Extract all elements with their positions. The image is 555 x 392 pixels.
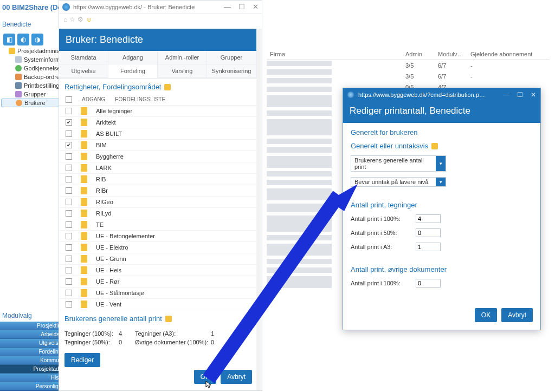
toolbar-btn-1[interactable]: ◧ — [3, 34, 15, 45]
maximize-icon[interactable]: ☐ — [238, 3, 245, 11]
row-checkbox[interactable] — [66, 153, 72, 160]
dialog-scrollbar[interactable] — [256, 29, 262, 390]
folder-icon — [81, 289, 87, 297]
input-100[interactable] — [416, 214, 441, 223]
row-checkbox[interactable] — [66, 233, 72, 239]
tab-utgivelse[interactable]: Utgivelse — [59, 64, 108, 78]
chevron-down-icon[interactable]: ▾ — [436, 156, 446, 171]
row-checkbox[interactable]: ✔ — [66, 142, 72, 148]
input-ovr-100[interactable] — [416, 279, 441, 288]
list-row[interactable]: ✔BIM — [59, 140, 256, 151]
row-label: UE - Grunn — [96, 256, 126, 262]
sub-generelt: Generelt for brukeren — [351, 128, 533, 136]
list-row[interactable]: UE - Rør — [59, 276, 256, 288]
row-checkbox[interactable] — [66, 199, 72, 205]
col-admin[interactable]: Admin — [405, 51, 438, 57]
folder-icon — [81, 107, 87, 115]
list-row[interactable]: RIBr — [59, 185, 256, 197]
list-row[interactable]: UE - Vent — [59, 299, 256, 310]
tab-synkronisering[interactable]: Synkronisering — [207, 64, 256, 78]
tab-varsling[interactable]: Varsling — [158, 64, 207, 78]
row-checkbox[interactable] — [66, 108, 72, 114]
folder-icon — [81, 278, 87, 285]
row-label: RILyd — [96, 210, 111, 217]
print-dialog-header: Rediger printantall, Benedicte — [343, 101, 540, 123]
toolbar-btn-3[interactable]: ◑ — [31, 34, 43, 45]
folder-icon — [81, 187, 87, 194]
folder-icon — [81, 255, 87, 263]
home-icon[interactable]: ⌂ — [63, 16, 67, 23]
smiley-icon[interactable]: ☺ — [86, 16, 92, 23]
label-a3: Antall print i A3: — [351, 244, 410, 250]
list-row[interactable]: Alle tegninger — [59, 106, 256, 117]
toolbar-btn-2[interactable]: ◐ — [17, 34, 29, 45]
folder-icon — [81, 232, 87, 240]
col-abon[interactable]: Gjeldende abonnement — [470, 51, 546, 57]
help-icon[interactable] — [164, 84, 171, 90]
row-checkbox[interactable] — [66, 187, 72, 194]
list-row[interactable]: UE - Stålmontasje — [59, 288, 256, 299]
row-checkbox[interactable] — [66, 256, 72, 262]
avbryt-button[interactable]: Avbryt — [221, 370, 252, 384]
help-icon[interactable] — [165, 316, 172, 322]
close-icon[interactable]: ✕ — [531, 91, 536, 99]
maximize-icon[interactable]: ☐ — [517, 91, 523, 99]
tab-stamdata[interactable]: Stamdata — [59, 51, 108, 64]
list-row[interactable]: ✔Arkitekt — [59, 117, 256, 128]
print-dialog-titlebar[interactable]: https://www.byggeweb.dk/?cmd=distributio… — [343, 88, 540, 101]
print-avbryt-button[interactable]: Avbryt — [501, 308, 533, 322]
list-row[interactable]: UE - Heis — [59, 265, 256, 276]
row-label: UE - Rør — [96, 278, 119, 285]
col-firma[interactable]: Firma — [270, 51, 405, 57]
row-checkbox[interactable] — [66, 221, 72, 228]
row-checkbox[interactable] — [66, 290, 72, 296]
row-checkbox[interactable] — [66, 301, 72, 308]
minimize-icon[interactable]: — — [224, 3, 231, 11]
gear-icon — [15, 56, 22, 63]
tab-admin-roller[interactable]: Admin.-roller — [158, 51, 207, 64]
input-a3[interactable] — [416, 243, 441, 251]
row-checkbox[interactable] — [66, 278, 72, 285]
dialog-iconrow: ⌂ ☆ ⚙ ☺ — [59, 14, 262, 25]
redacted-column — [267, 57, 332, 291]
list-row[interactable]: UE - Elektro — [59, 242, 256, 253]
select-bevar[interactable]: Bevar unntak på lavere nivå▾ — [351, 177, 446, 187]
row-checkbox[interactable]: ✔ — [66, 119, 72, 126]
list-row[interactable]: RILyd — [59, 208, 256, 219]
row-checkbox[interactable] — [66, 165, 72, 171]
list-row[interactable]: RIB — [59, 174, 256, 185]
gear-small-icon[interactable]: ⚙ — [78, 16, 83, 23]
globe-icon — [16, 100, 22, 106]
folder-icon — [81, 198, 87, 206]
row-checkbox[interactable] — [66, 130, 72, 137]
dialog-titlebar[interactable]: https://www.byggeweb.dk/ - Bruker: Bened… — [59, 1, 262, 14]
input-50[interactable] — [416, 228, 441, 237]
row-checkbox[interactable] — [66, 176, 72, 182]
select-generelle[interactable]: Brukerens generelle antall print▾ — [351, 155, 446, 172]
star-icon[interactable]: ☆ — [69, 16, 75, 23]
minimize-icon[interactable]: — — [503, 91, 509, 99]
row-checkbox[interactable] — [66, 267, 72, 273]
chevron-down-icon[interactable]: ▾ — [436, 178, 446, 186]
toolbar: ◧ ◐ ◑ — [3, 34, 43, 45]
rediger-button[interactable]: Rediger — [64, 353, 100, 367]
tab-grupper[interactable]: Grupper — [207, 51, 256, 64]
list-row[interactable]: UE - Grunn — [59, 253, 256, 265]
list-row[interactable]: RIGeo — [59, 197, 256, 208]
list-row[interactable]: LARK — [59, 162, 256, 174]
help-icon[interactable] — [431, 143, 438, 149]
list-row[interactable]: UE - Betongelementer — [59, 231, 256, 242]
tab-adgang[interactable]: Adgang — [108, 51, 158, 64]
list-row[interactable]: AS BUILT — [59, 128, 256, 140]
header-checkbox[interactable] — [66, 96, 72, 103]
list-row[interactable]: TE — [59, 219, 256, 231]
print-ok-button[interactable]: OK — [475, 308, 497, 322]
tab-fordeling[interactable]: Fordeling — [108, 64, 158, 78]
list-row[interactable]: Byggherre — [59, 151, 256, 162]
row-checkbox[interactable] — [66, 210, 72, 217]
row-checkbox[interactable] — [66, 244, 72, 251]
close-icon[interactable]: ✕ — [253, 3, 259, 11]
col-modul[interactable]: Modulv… — [438, 51, 470, 57]
print-icon — [15, 82, 22, 89]
row-label: BIM — [96, 142, 107, 148]
